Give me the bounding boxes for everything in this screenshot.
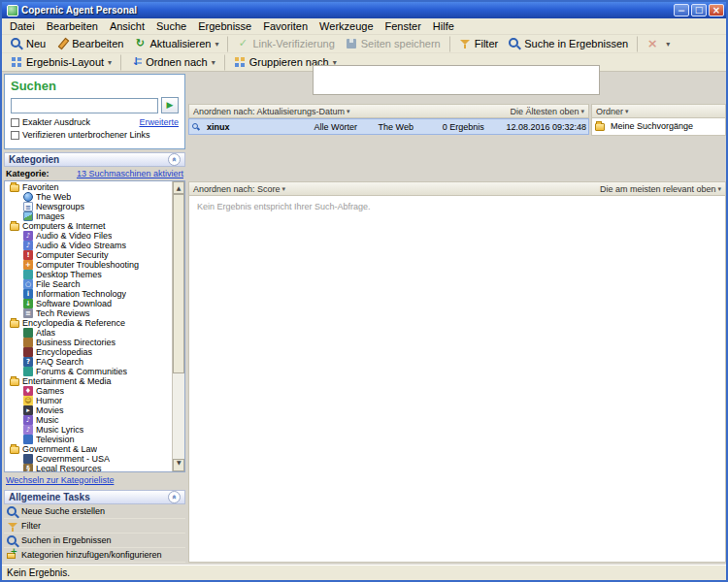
folder-open-icon (10, 446, 19, 454)
tree-item-label: Business Directories (36, 338, 116, 347)
delete-icon (645, 37, 659, 50)
encyclopedias-icon (23, 347, 33, 357)
detail-sort-field[interactable]: Anordnen nach: Score ▾ (193, 184, 285, 194)
menu-item[interactable]: Ergebnisse (192, 19, 257, 33)
menu-item[interactable]: Fenster (380, 19, 427, 33)
result-category: The Web (379, 122, 440, 132)
tree-item-label: Government - USA (36, 454, 110, 464)
search-input[interactable] (11, 98, 158, 113)
toolbar-button[interactable]: Neu (5, 36, 50, 52)
search-go-button[interactable] (161, 97, 179, 113)
tree-item[interactable]: Encyclopedia & Reference (6, 318, 171, 328)
detail-sort-direction[interactable]: Die am meisten relevant oben ▾ (600, 184, 721, 194)
menu-item[interactable]: Favoriten (257, 19, 314, 33)
toolbar-button-label: Seiten speichern (361, 38, 441, 49)
tree-item[interactable]: Entertainment & Media (6, 376, 171, 386)
search-item-icon (191, 122, 201, 132)
scroll-down-icon[interactable] (173, 459, 184, 471)
search-result-row[interactable]: xinux Alle Wörter The Web 0 Ergebnis 12.… (188, 118, 589, 135)
menu-item[interactable]: Werkzeuge (314, 19, 379, 33)
verify-links-checkbox[interactable] (11, 131, 19, 140)
tree-item[interactable]: FAQ Search (6, 357, 171, 367)
menu-item[interactable]: Hilfe (427, 19, 460, 33)
tree-item[interactable]: Movies (6, 405, 171, 415)
task-item[interactable]: Filter (4, 519, 185, 534)
tree-item[interactable]: Newsgroups (6, 202, 171, 211)
tree-item[interactable]: Television (6, 435, 171, 444)
tree-item[interactable]: File Search (6, 279, 171, 289)
tree-item[interactable]: Music Lyrics (6, 425, 171, 435)
tree-item[interactable]: Government - USA (6, 454, 171, 464)
menu-item[interactable]: Ansicht (104, 19, 150, 33)
toolbar-button[interactable]: Bearbeiten (50, 36, 128, 52)
search-results-icon (508, 37, 521, 50)
folder-open-icon (10, 320, 19, 328)
task-item[interactable]: Neue Suche erstellen (4, 504, 185, 519)
tree-item[interactable]: Computer Security (6, 250, 171, 260)
tree-item[interactable]: Games (6, 386, 171, 396)
tree-item[interactable]: The Web (6, 192, 171, 202)
collapse-chevron-icon[interactable] (168, 491, 181, 503)
tree-item-label: FAQ Search (36, 357, 83, 367)
exact-phrase-checkbox[interactable] (11, 118, 19, 127)
tree-item[interactable]: Images (6, 211, 171, 221)
tree-item[interactable]: Business Directories (6, 338, 171, 347)
tree-item[interactable]: Audio & Video Files (6, 231, 171, 241)
menu-item[interactable]: Bearbeiten (41, 19, 104, 33)
verify-links-label: Verifizieren unterbrochener Links (22, 130, 150, 140)
folder-open-icon (10, 223, 19, 231)
tree-item[interactable]: Audio & Video Streams (6, 241, 171, 250)
collapse-chevron-icon[interactable] (168, 153, 181, 166)
menu-item[interactable]: Suche (150, 19, 192, 33)
task-item-label: Filter (21, 521, 41, 531)
tree-item[interactable]: Humor (6, 396, 171, 405)
tree-item-label: The Web (36, 192, 71, 202)
tree-item[interactable]: Music (6, 415, 171, 425)
toolbar-button[interactable]: Ordnen nach (120, 54, 220, 71)
tree-item[interactable]: Computers & Internet (6, 221, 171, 231)
task-item[interactable]: Suchen in Ergebnissen (4, 534, 185, 548)
tree-item[interactable]: Government & Law (6, 444, 171, 454)
folders-header-label[interactable]: Ordner ▾ (596, 107, 629, 116)
minimize-button[interactable] (674, 4, 689, 16)
dropdown-arrow-icon: ▾ (347, 108, 350, 115)
results-sort-field[interactable]: Anordnen nach: Aktualisierungs-Datum ▾ (193, 107, 350, 116)
maximize-button[interactable] (691, 4, 707, 16)
tree-item[interactable]: Software Download (6, 299, 171, 308)
tree-item-label: Audio & Video Files (36, 231, 112, 241)
task-item-label: Neue Suche erstellen (21, 506, 105, 516)
tree-item[interactable]: Computer Troubleshooting (6, 260, 171, 270)
detail-empty-area: Kein Ergebnis entspricht Ihrer Such-Abfr… (188, 196, 726, 563)
tree-item[interactable]: Favoriten (6, 182, 171, 192)
scroll-up-icon[interactable] (173, 181, 184, 194)
toolbar-button[interactable]: Ergebnis-Layout (5, 54, 116, 71)
tree-item-label: Television (36, 435, 75, 444)
tree-scrollbar[interactable] (172, 181, 184, 471)
tree-item[interactable]: Forums & Communities (6, 367, 171, 376)
search-engines-link[interactable]: 13 Suchmaschinen aktiviert (77, 169, 183, 178)
games-icon (23, 386, 33, 396)
task-item[interactable]: Kategorien hinzufügen/konfigurieren (4, 548, 185, 563)
toolbar-button[interactable]: Suche in Ergebnissen (503, 36, 633, 52)
tree-item[interactable]: Legal Resources (6, 464, 171, 472)
tree-item[interactable]: Information Technology (6, 289, 171, 299)
tree-item[interactable]: Atlas (6, 328, 171, 338)
filter-icon (458, 37, 472, 50)
advanced-search-link[interactable]: Erweiterte (139, 117, 179, 127)
switch-category-list-link[interactable]: Wechseln zur Kategorieliste (6, 475, 114, 485)
toolbar-button[interactable]: Filter (449, 36, 503, 52)
tree-item[interactable]: Desktop Themes (6, 270, 171, 279)
toolbar-button[interactable]: Aktualisieren (128, 36, 223, 52)
app-icon (7, 5, 18, 16)
scroll-thumb[interactable] (173, 194, 184, 373)
menu-item[interactable]: Datei (4, 19, 41, 33)
dropdown-arrow-icon: ▾ (580, 108, 584, 115)
filter-icon (6, 520, 17, 532)
refresh-icon (133, 37, 147, 50)
results-sort-direction[interactable]: Die Ältesten oben ▾ (510, 107, 584, 116)
new-search-icon (6, 505, 17, 517)
close-button[interactable] (709, 4, 724, 16)
tree-item[interactable]: Tech Reviews (6, 308, 171, 318)
tree-item[interactable]: Encyclopedias (6, 347, 171, 357)
folder-item[interactable]: Meine Suchvorgänge (592, 118, 725, 134)
